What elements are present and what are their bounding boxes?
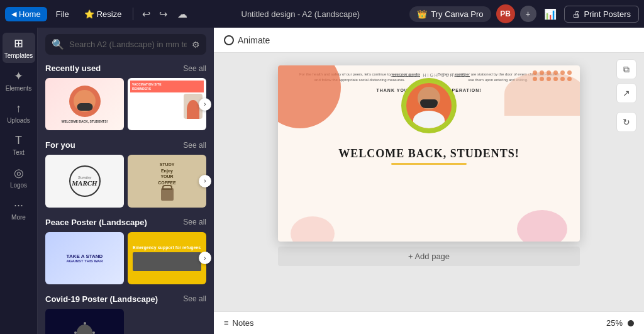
template-card-covid2[interactable]: ··· xyxy=(128,309,206,334)
canvas-scroll[interactable]: CORDALE HIGH SCHOOL xyxy=(214,53,644,311)
section-title-for-you: For you xyxy=(45,140,75,150)
next-arrow-recently-used[interactable]: › xyxy=(199,98,211,111)
home-button[interactable]: ◀ Home xyxy=(5,7,47,21)
section-recently-used: Recently used See all WELCOME BACK, STUD… xyxy=(38,61,214,138)
canvas-inner: CORDALE HIGH SCHOOL xyxy=(278,65,580,242)
uploads-icon: ↑ xyxy=(16,102,21,115)
bg-blob-bottom-right xyxy=(517,210,567,242)
canvas-title-text: WELCOME BACK, STUDENTS! xyxy=(278,147,580,160)
section-title-covid-poster: Covid-19 Poster (Landscape) xyxy=(45,294,158,304)
sidebar-left: ⊞ Templates ✦ Elements ↑ Uploads T Text … xyxy=(0,28,38,334)
template-card-corona[interactable]: CORONAVIRUS xyxy=(45,309,124,334)
undo-redo-group: ↩ ↪ xyxy=(138,6,171,23)
redo-button[interactable]: ↪ xyxy=(155,6,171,23)
try-canva-button[interactable]: 👑 Try Canva Pro xyxy=(409,6,491,22)
animate-icon xyxy=(224,35,234,45)
cloud-button[interactable]: ☁ xyxy=(174,6,191,23)
template-grid-for-you: Sunday MARCH STUDYEnjoyYOURCOFFEE › xyxy=(45,155,206,207)
avatar-initials: PB xyxy=(500,9,511,18)
template-grid-covid-poster: CORONAVIRUS ··· xyxy=(45,309,206,334)
try-canva-label: Try Canva Pro xyxy=(431,9,483,19)
canvas-toolbar-right: ⧉ ↗ ↻ xyxy=(616,59,636,132)
animate-label: Animate xyxy=(238,35,270,45)
section-header-recently-used: Recently used See all xyxy=(45,61,206,73)
file-label: File xyxy=(56,9,69,19)
see-all-covid-poster[interactable]: See all xyxy=(183,294,206,303)
refresh-icon: ↻ xyxy=(623,117,630,127)
bg-blob-bottom-left xyxy=(291,216,335,242)
search-bar: 🔍 ⚙ xyxy=(38,28,214,61)
design-canvas: CORDALE HIGH SCHOOL xyxy=(278,65,580,242)
share-tool-button[interactable]: ↗ xyxy=(616,83,636,103)
elements-icon: ✦ xyxy=(14,69,23,83)
template-card-welcome-back[interactable]: WELCOME BACK, STUDENTS! xyxy=(45,78,124,130)
sidebar-item-templates[interactable]: ⊞ Templates xyxy=(3,33,35,63)
section-header-for-you: For you See all xyxy=(45,138,206,150)
main-layout: ⊞ Templates ✦ Elements ↑ Uploads T Text … xyxy=(0,28,644,334)
search-input-wrap: 🔍 ⚙ xyxy=(45,34,206,55)
file-button[interactable]: File xyxy=(50,7,75,21)
next-arrow-for-you[interactable]: › xyxy=(199,175,211,187)
analytics-button[interactable]: 📊 xyxy=(541,6,559,23)
add-button[interactable]: + xyxy=(520,6,536,22)
animate-button[interactable]: Animate xyxy=(224,35,270,45)
see-all-peace-poster[interactable]: See all xyxy=(183,218,206,226)
see-all-for-you[interactable]: See all xyxy=(183,141,206,150)
template-grid-peace-poster: TAKE A STAND AGAINST THIS WAR Emergency … xyxy=(45,232,206,284)
sidebar-item-uploads[interactable]: ↑ Uploads xyxy=(3,98,35,128)
text-icon: T xyxy=(15,134,22,147)
undo-button[interactable]: ↩ xyxy=(138,6,154,23)
canvas-school-name-text: CORDALE HIGH SCHOOL xyxy=(391,73,468,77)
see-all-recently-used[interactable]: See all xyxy=(183,64,206,73)
nav-right: 👑 Try Canva Pro PB + 📊 🖨 Print Posters xyxy=(409,4,639,23)
template-card-march[interactable]: Sunday MARCH xyxy=(45,155,124,207)
canvas-underline xyxy=(391,163,467,165)
sidebar-item-templates-label: Templates xyxy=(4,52,33,59)
section-title-peace-poster: Peace Poster (Landscape) xyxy=(45,218,147,227)
sidebar-item-uploads-label: Uploads xyxy=(7,117,30,124)
bottom-bar: ≡ Notes 25% xyxy=(214,311,644,334)
add-page-button[interactable]: + Add page xyxy=(278,247,580,266)
zoom-slider[interactable] xyxy=(628,320,634,326)
user-avatar[interactable]: PB xyxy=(496,4,515,23)
refresh-tool-button[interactable]: ↻ xyxy=(616,112,636,132)
print-icon: 🖨 xyxy=(572,9,580,19)
sidebar-item-text[interactable]: T Text xyxy=(3,130,35,160)
zoom-level: 25% xyxy=(606,318,623,328)
template-grid-recently-used: WELCOME BACK, STUDENTS! VACCINATION SITE… xyxy=(45,78,206,130)
crown-icon: 👑 xyxy=(417,9,427,19)
section-header-covid-poster: Covid-19 Poster (Landscape) See all xyxy=(45,292,206,304)
sidebar-item-logos-label: Logos xyxy=(10,182,27,189)
copy-tool-button[interactable]: ⧉ xyxy=(616,59,636,79)
sidebar-item-more-label: More xyxy=(11,214,26,221)
copy-icon: ⧉ xyxy=(623,64,630,75)
sidebar-item-logos[interactable]: ◎ Logos xyxy=(3,162,35,192)
section-peace-poster: Peace Poster (Landscape) See all TAKE A … xyxy=(38,215,214,292)
template-card-emergency[interactable]: Emergency support for refugees xyxy=(128,232,206,284)
more-icon: ··· xyxy=(14,199,23,212)
print-button[interactable]: 🖨 Print Posters xyxy=(564,6,639,23)
template-card-vaccination[interactable]: VACCINATION SITEREMINDERS xyxy=(128,78,206,130)
animate-bar: Animate xyxy=(214,28,644,53)
template-card-take-a-stand[interactable]: TAKE A STAND AGAINST THIS WAR xyxy=(45,232,124,284)
section-header-peace-poster: Peace Poster (Landscape) See all xyxy=(45,215,206,227)
search-input[interactable] xyxy=(69,40,187,49)
resize-button[interactable]: ⭐ Resize xyxy=(78,7,128,21)
home-label: Home xyxy=(19,9,41,19)
top-nav: ◀ Home File ⭐ Resize ↩ ↪ ☁ Untitled desi… xyxy=(0,0,644,28)
sidebar-item-elements[interactable]: ✦ Elements xyxy=(3,65,35,96)
section-title-recently-used: Recently used xyxy=(45,64,101,73)
dots-decoration xyxy=(533,70,572,81)
filter-icon[interactable]: ⚙ xyxy=(192,40,200,50)
resize-label: Resize xyxy=(97,9,122,19)
sidebar-item-more[interactable]: ··· More xyxy=(3,195,35,225)
next-arrow-peace-poster[interactable]: › xyxy=(199,252,211,264)
notes-label: Notes xyxy=(233,318,254,328)
templates-panel: 🔍 ⚙ Recently used See all WELCOME BACK, xyxy=(38,28,214,334)
section-covid-poster: Covid-19 Poster (Landscape) See all CORO… xyxy=(38,292,214,334)
canvas-area: Animate ⧉ ↗ ↻ xyxy=(214,28,644,334)
notes-button[interactable]: ≡ Notes xyxy=(224,318,254,328)
nav-divider xyxy=(133,8,133,20)
template-card-coffee[interactable]: STUDYEnjoyYOURCOFFEE xyxy=(128,155,206,207)
search-icon: 🔍 xyxy=(52,38,64,50)
